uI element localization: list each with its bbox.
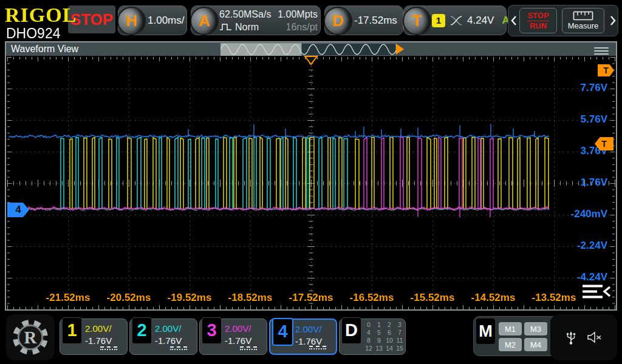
channel-2-badge: 2 [132,317,152,344]
stop-run-label-stop: STOP [527,11,549,21]
memory-depth: 1.00Mpts [278,9,318,20]
digital-pin-label: 14 [386,345,393,352]
math-m4-button[interactable]: M4 [524,338,547,351]
trigger-group[interactable]: T 1 4.24V A [403,5,507,35]
coupling-indicator-icon [240,346,257,350]
oscilloscope-screen: RIGOL DHO924 STOP H 1.00ms/ A 62.50MSa/s… [0,0,622,364]
math-buttons: M1 M3 M2 M4 [499,322,547,351]
channel-4-card[interactable]: 4 2.00V/ -1.76V [269,318,337,355]
delay-value: -17.52ms [354,6,397,35]
status-panel [550,314,617,360]
math-m1-button[interactable]: M1 [499,322,522,335]
horizontal-knob[interactable]: H [117,7,146,35]
window-title: Waveform View [11,44,78,55]
channel-3-badge: 3 [202,317,222,344]
channel-3-card[interactable]: 3 2.00V/ -1.76V [199,318,267,355]
channel-4-badge: 4 [272,318,293,346]
toolbar-next-icon[interactable] [608,15,618,27]
edge-trigger-icon [449,15,463,26]
channel-1-card[interactable]: 1 2.00V/ -1.76V [60,318,128,355]
stop-run-label-run: RUN [530,21,547,31]
pulse-icon [219,22,233,32]
sample-interval: 16ns/pt [286,22,318,33]
waveform-view-window: Waveform View [5,41,617,311]
digital-pin-label: 6 [388,329,391,337]
hamburger-icon[interactable] [594,46,609,56]
trigger-knob[interactable]: T [403,7,431,35]
channel-4-offset: -1.76V [295,336,322,346]
math-card: M M1 M3 M2 M4 [473,316,561,356]
toolbar-prev-icon[interactable] [508,15,518,27]
delay-knob[interactable]: D [324,7,352,35]
acquisition-knob[interactable]: A [190,7,219,35]
channel-2-card[interactable]: 2 2.00V/ -1.76V [129,318,197,355]
model-name: DHO924 [6,25,60,42]
channel-1-scale: 2.00V/ [85,323,111,334]
channel-4-scale: 2.00V/ [295,324,321,334]
sample-rate: 62.50MSa/s [219,9,271,20]
digital-pin-label: 0 [367,321,371,329]
channel-2-offset: -1.76V [155,335,182,346]
digital-pin-label: 12 [365,345,372,352]
speaker-muted-icon[interactable] [587,331,603,344]
digital-pin-label: 7 [398,329,402,337]
menu-collapse-icon[interactable] [581,283,612,300]
digital-pin-label: 5 [377,329,381,337]
channel-3-scale: 2.00V/ [225,323,251,334]
digital-pins-grid: 0123456789101112131415 [364,321,405,352]
digital-pin-label: 10 [386,337,393,345]
overview-position-arrow-icon[interactable] [396,44,404,55]
math-badge: M [476,318,495,344]
digital-pin-label: 9 [377,337,381,345]
channel-2-scale: 2.00V/ [155,323,181,334]
rigol-gear-logo[interactable]: R [6,314,55,360]
coupling-indicator-icon [309,346,326,349]
rigol-logo: RIGOL [5,4,77,27]
usb-icon[interactable] [565,329,577,346]
coupling-indicator-icon [170,346,187,350]
trigger-knob-label: T [412,12,422,30]
digital-pin-label: 15 [396,345,403,352]
digital-pin-label: 8 [367,337,371,345]
math-m2-button[interactable]: M2 [499,338,522,351]
trigger-source-badge: 1 [432,14,445,27]
digital-pin-label: 4 [367,329,371,337]
digital-pin-label: 2 [388,321,391,329]
delay-group[interactable]: D -17.52ms [324,5,403,35]
digital-badge: D [341,317,361,344]
math-m3-button[interactable]: M3 [524,322,547,335]
channel-1-offset: -1.76V [85,335,112,346]
trigger-position-triangle[interactable] [304,55,318,66]
digital-pin-label: 1 [377,321,381,329]
svg-text:R: R [24,328,38,347]
horizontal-group[interactable]: H 1.00ms/ [118,5,187,35]
digital-pin-label: 11 [397,337,403,345]
stop-run-button[interactable]: STOP RUN [519,8,557,33]
digital-channels-card[interactable]: D 0123456789101112131415 [339,318,406,355]
digital-pin-label: 13 [375,345,383,352]
channel-3-offset: -1.76V [225,335,251,346]
ruler-icon [573,11,593,21]
channel-1-badge: 1 [62,317,82,344]
trigger-level-value: 4.24V [467,15,494,27]
right-toolbar: STOP RUN Measure [508,5,618,36]
waveform-overview-strip[interactable] [220,43,404,56]
measure-label: Measure [568,21,599,30]
overview-sine-icon [220,43,397,56]
measure-button[interactable]: Measure [562,8,604,33]
timebase-value: 1.00ms/ [148,6,184,35]
horizontal-knob-label: H [126,12,137,30]
waveform-view-titlebar[interactable]: Waveform View [6,42,616,56]
acquire-mode: Norm [235,22,259,33]
coupling-indicator-icon [100,346,117,350]
delay-knob-label: D [332,12,344,30]
digital-pin-label: 3 [398,321,402,329]
acquisition-group[interactable]: A 62.50MSa/s 1.00Mpts Norm 16ns/pt [191,5,321,35]
waveform-canvas[interactable] [6,56,616,309]
acquisition-knob-label: A [199,12,210,30]
